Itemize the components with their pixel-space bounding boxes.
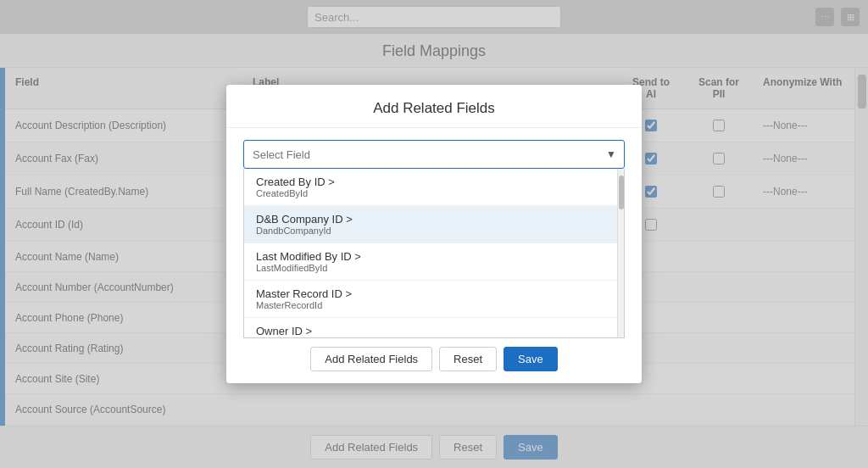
dropdown-item-sub: MasterRecordId [256, 300, 612, 310]
dropdown-item[interactable]: Created By ID > CreatedById [244, 169, 624, 206]
dropdown-item-sub: OwnerId [256, 337, 612, 338]
dropdown-item-main: D&B Company ID > [256, 213, 612, 226]
modal-save-button[interactable]: Save [504, 347, 558, 371]
dropdown-item-main: Master Record ID > [256, 287, 612, 300]
select-field-input[interactable] [243, 140, 625, 169]
dropdown-item-main: Owner ID > [256, 325, 612, 337]
add-related-fields-modal: Add Related Fields ▼ Created By ID > Cre… [226, 85, 642, 383]
dropdown-item[interactable]: Owner ID > OwnerId [244, 318, 624, 338]
dropdown-item-main: Last Modified By ID > [256, 250, 612, 263]
dropdown-scrollbar[interactable] [617, 169, 624, 337]
dropdown-item-sub: LastModifiedById [256, 263, 612, 273]
dropdown-list: Created By ID > CreatedById D&B Company … [243, 169, 625, 338]
modal-add-related-fields-button[interactable]: Add Related Fields [310, 347, 432, 371]
modal-body: ▼ Created By ID > CreatedById D&B Compan… [226, 128, 642, 338]
dropdown-scrollbar-thumb[interactable] [619, 176, 624, 209]
select-wrapper: ▼ [243, 140, 625, 169]
dropdown-item-sub: DandbCompanyId [256, 226, 612, 236]
modal-reset-button[interactable]: Reset [439, 347, 497, 371]
modal-title: Add Related Fields [226, 85, 642, 128]
dropdown-item[interactable]: Last Modified By ID > LastModifiedById [244, 243, 624, 281]
modal-footer: Add Related Fields Reset Save [226, 338, 642, 383]
dropdown-item-main: Created By ID > [256, 176, 612, 188]
dropdown-item-sub: CreatedById [256, 188, 612, 198]
dropdown-item[interactable]: Master Record ID > MasterRecordId [244, 281, 624, 318]
dropdown-item[interactable]: D&B Company ID > DandbCompanyId [244, 206, 624, 243]
